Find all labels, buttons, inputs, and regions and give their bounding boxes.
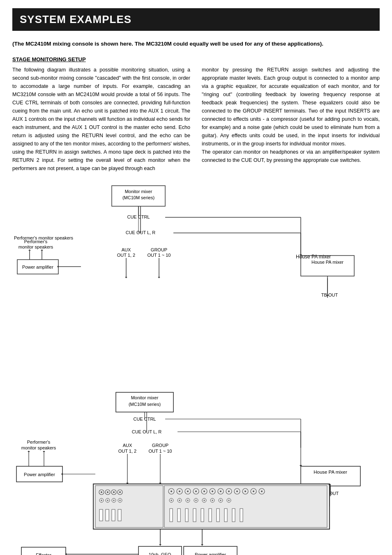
svg-marker-73 xyxy=(43,451,45,452)
svg-point-108 xyxy=(203,491,205,492)
svg-point-93 xyxy=(120,500,121,501)
svg-rect-97 xyxy=(118,509,121,521)
section-title: STAGE MONITORING SETUP xyxy=(12,56,380,62)
svg-point-118 xyxy=(244,491,246,492)
svg-rect-147 xyxy=(232,509,235,522)
svg-rect-146 xyxy=(224,509,227,522)
svg-text:House PA mixer: House PA mixer xyxy=(314,470,347,474)
svg-rect-139 xyxy=(170,509,173,522)
svg-point-128 xyxy=(187,500,189,501)
page-title: SYSTEM EXAMPLES xyxy=(20,13,372,26)
svg-marker-71 xyxy=(28,451,30,452)
two-column-text: The following diagram illustrates a poss… xyxy=(12,66,380,173)
intro-text: (The MC2410M mixing console is shown her… xyxy=(12,40,380,48)
svg-text:TB OUT: TB OUT xyxy=(321,292,338,297)
svg-text:(MC10M series): (MC10M series) xyxy=(129,402,161,407)
svg-marker-23 xyxy=(125,277,127,278)
stage-monitoring-section: STAGE MONITORING SETUP The following dia… xyxy=(12,56,380,173)
svg-point-132 xyxy=(204,500,205,501)
svg-point-110 xyxy=(212,491,213,492)
svg-rect-143 xyxy=(201,509,204,522)
svg-point-136 xyxy=(220,500,221,501)
svg-text:OUT 1 ~ 10: OUT 1 ~ 10 xyxy=(148,253,171,258)
performers-monitor-label: Performer's monitor speakers xyxy=(14,235,73,241)
svg-rect-144 xyxy=(209,509,212,522)
text-col-2: monitor by pressing the RETURN assign sw… xyxy=(202,66,380,173)
svg-marker-150 xyxy=(159,544,161,546)
svg-rect-94 xyxy=(99,509,103,521)
svg-point-114 xyxy=(228,491,230,492)
svg-rect-145 xyxy=(217,509,219,522)
svg-text:OUT 1, 2: OUT 1, 2 xyxy=(118,449,136,454)
svg-marker-35 xyxy=(28,249,31,251)
header-bar: SYSTEM EXAMPLES xyxy=(12,8,380,31)
svg-text:Effector: Effector xyxy=(36,553,51,555)
svg-rect-77 xyxy=(95,486,163,527)
svg-point-126 xyxy=(179,500,180,501)
page: SYSTEM EXAMPLES (The MC2410M mixing cons… xyxy=(0,0,392,555)
svg-point-138 xyxy=(228,500,230,501)
svg-text:AUX: AUX xyxy=(123,443,132,448)
svg-text:AUX: AUX xyxy=(122,247,131,252)
full-diagram: Monitor mixer (MC10M series) House PA mi… xyxy=(13,386,379,555)
svg-text:Monitor mixer: Monitor mixer xyxy=(131,395,159,400)
svg-marker-156 xyxy=(201,544,203,546)
svg-point-120 xyxy=(253,491,254,492)
svg-point-134 xyxy=(212,500,213,501)
svg-point-130 xyxy=(196,500,197,501)
svg-point-85 xyxy=(119,491,121,493)
svg-rect-142 xyxy=(193,509,196,522)
svg-rect-148 xyxy=(240,509,243,522)
svg-rect-96 xyxy=(112,509,115,521)
svg-text:Power amplifier: Power amplifier xyxy=(195,552,226,555)
svg-text:House PA mixer: House PA mixer xyxy=(311,260,344,265)
svg-point-79 xyxy=(101,491,102,493)
svg-point-116 xyxy=(236,491,238,492)
svg-rect-140 xyxy=(178,509,180,522)
svg-text:OUT 1 ~ 10: OUT 1 ~ 10 xyxy=(149,449,172,454)
svg-text:monitor speakers: monitor speakers xyxy=(21,445,56,450)
text-col-1: The following diagram illustrates a poss… xyxy=(12,66,190,173)
svg-text:Power amplifier: Power amplifier xyxy=(24,472,55,477)
svg-rect-141 xyxy=(185,509,188,522)
svg-text:GROUP: GROUP xyxy=(152,443,168,448)
svg-point-91 xyxy=(113,500,115,501)
svg-point-104 xyxy=(187,491,189,492)
svg-point-106 xyxy=(195,491,197,492)
svg-point-83 xyxy=(113,491,115,493)
svg-text:Monitor mixer: Monitor mixer xyxy=(125,189,152,194)
svg-marker-37 xyxy=(41,249,43,251)
diagram-container: Monitor mixer (MC10M series) House PA mi… xyxy=(13,182,379,379)
svg-text:Performer's: Performer's xyxy=(27,440,51,444)
svg-text:(MC10M series): (MC10M series) xyxy=(122,195,154,200)
svg-text:monitor speakers: monitor speakers xyxy=(18,244,53,249)
svg-point-112 xyxy=(220,491,221,492)
svg-text:Power amplifier: Power amplifier xyxy=(22,265,53,269)
svg-point-124 xyxy=(171,500,172,501)
full-diagram-svg: Monitor mixer (MC10M series) House PA mi… xyxy=(13,386,379,555)
svg-point-122 xyxy=(261,491,263,492)
svg-rect-95 xyxy=(106,509,109,521)
svg-point-81 xyxy=(107,491,108,493)
svg-point-102 xyxy=(179,491,180,492)
house-pa-label: House PA mixer xyxy=(296,253,331,260)
svg-text:10ch. GEQ: 10ch. GEQ xyxy=(149,552,171,555)
svg-point-100 xyxy=(171,491,172,492)
svg-text:GROUP: GROUP xyxy=(151,247,167,252)
diagram-svg: Monitor mixer (MC10M series) House PA mi… xyxy=(13,182,379,379)
svg-point-87 xyxy=(101,500,102,501)
svg-text:OUT 1, 2: OUT 1, 2 xyxy=(117,253,135,258)
svg-marker-25 xyxy=(158,277,160,278)
svg-point-89 xyxy=(107,500,108,501)
